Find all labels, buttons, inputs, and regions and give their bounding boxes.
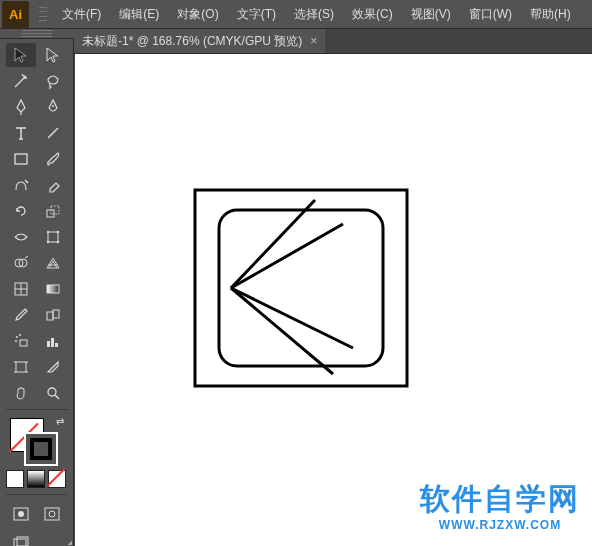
color-swatch[interactable] xyxy=(6,470,24,488)
tool-grid xyxy=(0,39,73,414)
svg-line-1 xyxy=(48,128,58,138)
eraser-tool[interactable] xyxy=(38,173,68,197)
swap-fill-stroke-icon[interactable]: ⇄ xyxy=(56,416,64,427)
tool-separator xyxy=(6,409,68,410)
svg-point-18 xyxy=(19,334,21,336)
type-tool[interactable] xyxy=(6,121,36,145)
draw-behind-button[interactable] xyxy=(38,503,68,525)
menu-file[interactable]: 文件(F) xyxy=(53,0,110,29)
svg-rect-22 xyxy=(55,343,58,347)
artboard-tool[interactable] xyxy=(6,355,36,379)
svg-rect-21 xyxy=(51,338,54,347)
svg-rect-32 xyxy=(195,190,407,386)
close-tab-button[interactable]: × xyxy=(310,34,317,48)
svg-point-27 xyxy=(18,511,24,517)
fill-stroke-control[interactable]: ⇄ xyxy=(10,418,60,464)
eyedropper-tool[interactable] xyxy=(6,303,36,327)
hand-tool[interactable] xyxy=(6,381,36,405)
artwork xyxy=(193,188,409,388)
rectangle-tool[interactable] xyxy=(6,147,36,171)
direct-selection-tool[interactable] xyxy=(38,43,68,67)
shape-builder-tool[interactable] xyxy=(6,251,36,275)
canvas[interactable]: 软件自学网 WWW.RJZXW.COM xyxy=(75,54,592,546)
screen-mode-row xyxy=(0,499,73,529)
svg-rect-16 xyxy=(20,340,27,346)
document-tab[interactable]: 未标题-1* @ 168.76% (CMYK/GPU 预览) × xyxy=(74,29,325,53)
pen-tool[interactable] xyxy=(6,95,36,119)
svg-point-29 xyxy=(49,511,55,517)
selection-tool[interactable] xyxy=(6,43,36,67)
drag-handle-icon xyxy=(39,5,47,23)
zoom-tool[interactable] xyxy=(38,381,68,405)
menu-effect[interactable]: 效果(C) xyxy=(343,0,402,29)
menu-view[interactable]: 视图(V) xyxy=(402,0,460,29)
gradient-tool[interactable] xyxy=(38,277,68,301)
none-swatch[interactable] xyxy=(48,470,66,488)
screen-mode-button[interactable] xyxy=(6,533,36,546)
svg-rect-13 xyxy=(47,285,59,293)
svg-rect-15 xyxy=(53,310,59,318)
symbol-sprayer-tool[interactable] xyxy=(6,329,36,353)
svg-point-0 xyxy=(52,105,54,107)
svg-rect-28 xyxy=(45,508,59,520)
document-tab-title: 未标题-1* @ 168.76% (CMYK/GPU 预览) xyxy=(82,33,302,50)
svg-rect-20 xyxy=(47,341,50,347)
width-tool[interactable] xyxy=(6,225,36,249)
watermark: 软件自学网 WWW.RJZXW.COM xyxy=(420,479,580,532)
rotate-tool[interactable] xyxy=(6,199,36,223)
svg-point-24 xyxy=(48,388,56,396)
menu-select[interactable]: 选择(S) xyxy=(285,0,343,29)
svg-rect-33 xyxy=(219,210,383,366)
tools-panel: ⇄ xyxy=(0,29,74,546)
panel-grip-icon[interactable] xyxy=(0,29,74,39)
color-mode-swatches xyxy=(0,468,73,490)
watermark-line2: WWW.RJZXW.COM xyxy=(420,518,580,532)
svg-point-9 xyxy=(57,241,59,243)
screen-mode-row2 xyxy=(0,529,73,546)
document-tabs: 未标题-1* @ 168.76% (CMYK/GPU 预览) × xyxy=(74,29,592,54)
watermark-line1: 软件自学网 xyxy=(420,479,580,520)
menu-type[interactable]: 文字(T) xyxy=(228,0,285,29)
svg-rect-23 xyxy=(16,362,26,372)
mesh-tool[interactable] xyxy=(6,277,36,301)
svg-line-25 xyxy=(55,395,59,399)
magic-wand-tool[interactable] xyxy=(6,69,36,93)
app-logo: Ai xyxy=(2,1,29,28)
slice-tool[interactable] xyxy=(38,355,68,379)
menu-object[interactable]: 对象(O) xyxy=(168,0,227,29)
svg-point-19 xyxy=(15,340,17,342)
lasso-tool[interactable] xyxy=(38,69,68,93)
draw-normal-button[interactable] xyxy=(6,503,36,525)
paintbrush-tool[interactable] xyxy=(38,147,68,171)
svg-rect-2 xyxy=(15,154,27,164)
svg-point-17 xyxy=(16,336,18,338)
svg-line-36 xyxy=(231,224,343,288)
gradient-swatch[interactable] xyxy=(27,470,45,488)
curvature-tool[interactable] xyxy=(38,95,68,119)
svg-rect-14 xyxy=(47,312,53,320)
line-tool[interactable] xyxy=(38,121,68,145)
free-transform-tool[interactable] xyxy=(38,225,68,249)
menu-help[interactable]: 帮助(H) xyxy=(521,0,580,29)
svg-rect-30 xyxy=(14,539,26,546)
svg-point-6 xyxy=(47,231,49,233)
perspective-grid-tool[interactable] xyxy=(38,251,68,275)
svg-rect-5 xyxy=(48,232,58,242)
svg-point-7 xyxy=(57,231,59,233)
tool-separator xyxy=(6,494,67,495)
svg-point-8 xyxy=(47,241,49,243)
blend-tool[interactable] xyxy=(38,303,68,327)
column-graph-tool[interactable] xyxy=(38,329,68,353)
menu-bar: Ai 文件(F) 编辑(E) 对象(O) 文字(T) 选择(S) 效果(C) 视… xyxy=(0,0,592,29)
scale-tool[interactable] xyxy=(38,199,68,223)
svg-line-35 xyxy=(231,200,315,288)
menu-edit[interactable]: 编辑(E) xyxy=(110,0,168,29)
shaper-tool[interactable] xyxy=(6,173,36,197)
stroke-swatch[interactable] xyxy=(24,432,58,466)
menu-window[interactable]: 窗口(W) xyxy=(460,0,521,29)
